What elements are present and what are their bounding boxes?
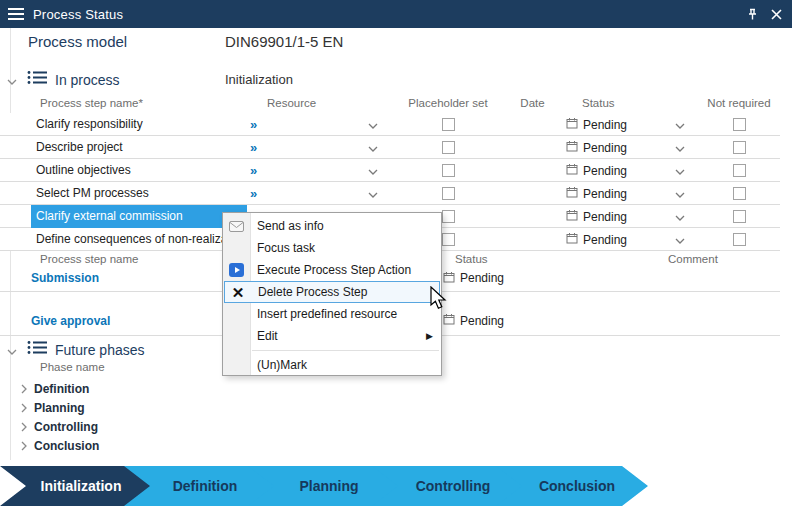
col-status: Status [440, 253, 640, 265]
submenu-arrow-icon: ▶ [426, 331, 433, 341]
status-value: Pending [460, 271, 504, 285]
status-value: Pending [583, 164, 675, 178]
phase-chevron-initialization[interactable]: Initialization [0, 466, 152, 506]
menu-item-delete-process-step[interactable]: ✕ Delete Process Step [224, 281, 440, 303]
chevron-down-icon[interactable] [675, 118, 685, 132]
status-value: Pending [583, 187, 675, 201]
chevron-down-icon[interactable] [368, 164, 378, 178]
calendar-icon [566, 140, 578, 155]
status-value: Pending [583, 141, 675, 155]
section-future-phases-label: Future phases [55, 342, 145, 358]
step-name[interactable]: Describe project [31, 136, 247, 159]
calendar-icon [566, 163, 578, 178]
col-process-step-name: Process step name* [31, 97, 247, 109]
context-menu: Send as info Focus task Execute Process … [222, 212, 442, 376]
tree-item-definition[interactable]: Definition [0, 379, 99, 398]
placeholder-checkbox[interactable] [442, 141, 455, 154]
envelope-icon [223, 221, 250, 232]
calendar-icon [566, 117, 578, 132]
col-comment: Comment [640, 253, 780, 265]
step-name[interactable]: Clarify responsibility [31, 113, 247, 136]
calendar-icon [566, 232, 578, 247]
chevron-down-icon[interactable] [675, 233, 685, 247]
status-value: Pending [583, 233, 675, 247]
future-phases-tree: Definition Planning Controlling Conclusi… [0, 379, 99, 455]
chevron-down-icon[interactable] [368, 187, 378, 201]
delete-x-icon: ✕ [225, 285, 251, 300]
panel-title: Process Status [33, 7, 123, 22]
placeholder-checkbox[interactable] [442, 210, 455, 223]
menu-item-send-as-info[interactable]: Send as info [223, 215, 441, 237]
menu-item-edit[interactable]: Edit ▶ [223, 325, 441, 347]
play-action-icon [223, 263, 250, 277]
col-not-required: Not required [699, 97, 779, 109]
not-required-checkbox[interactable] [733, 141, 746, 154]
status-value: Pending [583, 118, 675, 132]
table-row[interactable]: Clarify responsibility » Pending [0, 113, 780, 136]
panel-titlebar: Process Status [0, 0, 792, 28]
placeholder-checkbox[interactable] [442, 187, 455, 200]
placeholder-checkbox[interactable] [442, 233, 455, 246]
col-resource: Resource [247, 97, 390, 109]
collapse-chevron-icon[interactable] [7, 341, 17, 359]
menu-separator [252, 350, 439, 351]
process-model-label: Process model [28, 33, 127, 50]
list-icon [27, 70, 47, 89]
phase-bar: Initialization Definition Planning Contr… [0, 466, 792, 506]
expand-chevron-icon[interactable] [21, 380, 27, 398]
pin-icon[interactable] [746, 8, 759, 21]
col-status: Status [559, 97, 699, 109]
menu-item-insert-predefined-resource[interactable]: Insert predefined resource [223, 303, 441, 325]
chevron-down-icon[interactable] [675, 210, 685, 224]
chevron-down-icon[interactable] [675, 141, 685, 155]
table-row[interactable]: Describe project » Pending [0, 136, 780, 159]
chevron-down-icon[interactable] [675, 164, 685, 178]
not-required-checkbox[interactable] [733, 164, 746, 177]
chevron-down-icon[interactable] [675, 187, 685, 201]
step-name[interactable]: Define consequences of non-realization [31, 228, 247, 251]
tree-item-controlling[interactable]: Controlling [0, 417, 99, 436]
resource-link-icon[interactable]: » [250, 140, 257, 155]
process-model-value: DIN69901/1-5 EN [225, 33, 343, 50]
menu-item-focus-task[interactable]: Focus task [223, 237, 441, 259]
tree-item-planning[interactable]: Planning [0, 398, 99, 417]
close-icon[interactable] [771, 9, 782, 20]
calendar-icon [566, 209, 578, 224]
step-name[interactable]: Clarify external commission [31, 205, 247, 228]
not-required-checkbox[interactable] [733, 210, 746, 223]
collapse-chevron-icon[interactable] [7, 71, 17, 89]
resource-link-icon[interactable]: » [250, 163, 257, 178]
table-row[interactable]: Outline objectives » Pending [0, 159, 780, 182]
mouse-cursor [430, 286, 448, 316]
not-required-checkbox[interactable] [733, 118, 746, 131]
chevron-down-icon[interactable] [368, 118, 378, 132]
tree-item-conclusion[interactable]: Conclusion [0, 436, 99, 455]
col-phase-name: Phase name [40, 361, 105, 373]
section-in-process-label: In process [55, 72, 120, 88]
col-date: Date [506, 97, 559, 109]
not-required-checkbox[interactable] [733, 233, 746, 246]
placeholder-checkbox[interactable] [442, 118, 455, 131]
status-value: Pending [460, 314, 504, 328]
menu-item-unmark[interactable]: (Un)Mark [223, 354, 441, 376]
resource-link-icon[interactable]: » [250, 117, 257, 132]
step-name[interactable]: Select PM processes [31, 182, 247, 205]
calendar-icon [566, 186, 578, 201]
table-row[interactable]: Select PM processes » Pending [0, 182, 780, 205]
section-future-phases[interactable]: Future phases [7, 340, 145, 359]
current-phase-label: Initialization [225, 72, 293, 87]
step-name[interactable]: Outline objectives [31, 159, 247, 182]
status-value: Pending [583, 210, 675, 224]
not-required-checkbox[interactable] [733, 187, 746, 200]
section-in-process[interactable]: In process [7, 70, 120, 89]
calendar-icon [443, 271, 455, 286]
resource-link-icon[interactable]: » [250, 186, 257, 201]
menu-item-execute-process-step-action[interactable]: Execute Process Step Action [223, 259, 441, 281]
menu-icon[interactable] [8, 8, 24, 20]
expand-chevron-icon[interactable] [21, 437, 27, 455]
chevron-down-icon[interactable] [368, 141, 378, 155]
placeholder-checkbox[interactable] [442, 164, 455, 177]
expand-chevron-icon[interactable] [21, 399, 27, 417]
expand-chevron-icon[interactable] [21, 418, 27, 436]
list-icon [27, 340, 47, 359]
